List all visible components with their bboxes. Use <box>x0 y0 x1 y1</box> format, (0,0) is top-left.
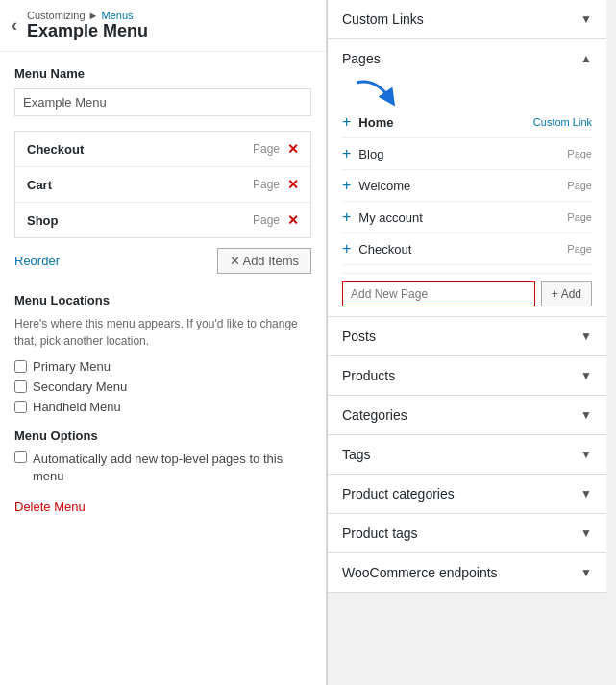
menu-item-name: Cart <box>27 178 52 192</box>
add-items-button[interactable]: ✕ Add Items <box>217 248 311 274</box>
page-type: Page <box>567 243 592 255</box>
tags-header[interactable]: Tags ▼ <box>328 435 606 474</box>
menu-actions: Reorder ✕ Add Items <box>14 248 311 274</box>
add-new-page-input[interactable] <box>342 281 535 306</box>
menu-item-type: Page <box>253 178 280 191</box>
blue-arrow-svg <box>347 78 405 107</box>
page-name: Welcome <box>358 179 567 193</box>
page-add-icon[interactable]: + <box>342 145 351 162</box>
menu-item-right: Page ✕ <box>253 141 299 157</box>
page-type: Page <box>567 211 592 223</box>
page-name: Blog <box>358 147 567 161</box>
top-bar: ‹ Customizing ► Menus Example Menu <box>0 0 326 52</box>
custom-links-header[interactable]: Custom Links ▼ <box>328 0 606 38</box>
categories-section: Categories ▼ <box>328 396 606 435</box>
blue-arrow-annotation <box>328 78 606 107</box>
posts-header[interactable]: Posts ▼ <box>328 317 606 355</box>
pages-label: Pages <box>342 51 381 66</box>
page-item: + Blog Page <box>342 138 592 170</box>
page-type: Page <box>567 148 592 159</box>
remove-item-button[interactable]: ✕ <box>287 177 299 192</box>
woocommerce-endpoints-header[interactable]: WooCommerce endpoints ▼ <box>328 553 606 592</box>
product-categories-label: Product categories <box>342 486 455 502</box>
page-add-icon[interactable]: + <box>342 240 351 257</box>
categories-label: Categories <box>342 407 407 423</box>
tags-arrow-icon: ▼ <box>580 448 592 461</box>
pages-section: Pages ▲ + Home Custom Li <box>328 39 606 317</box>
menu-item-name: Shop <box>27 213 59 228</box>
pages-content: + Home Custom Link + Blog Page + Welcome… <box>328 107 606 316</box>
add-new-page-row: + Add <box>342 273 592 306</box>
page-type: Custom Link <box>533 116 592 128</box>
menu-items-list: Checkout Page ✕ Cart Page ✕ Shop Page ✕ <box>14 131 311 238</box>
page-title: Example Menu <box>27 21 148 41</box>
left-content: Menu Name Checkout Page ✕ Cart Page ✕ Sh… <box>0 52 326 528</box>
page-name: My account <box>358 210 567 225</box>
menu-item-type: Page <box>253 213 280 227</box>
page-item: + Welcome Page <box>342 170 592 202</box>
product-categories-section: Product categories ▼ <box>328 475 606 514</box>
tags-label: Tags <box>342 447 371 462</box>
add-page-button[interactable]: + Add <box>541 281 592 306</box>
left-panel: ‹ Customizing ► Menus Example Menu Menu … <box>0 0 327 685</box>
product-tags-arrow-icon: ▼ <box>580 526 592 540</box>
breadcrumb-root: Customizing <box>27 10 86 21</box>
products-section: Products ▼ <box>328 356 606 396</box>
menu-name-input[interactable] <box>14 88 311 116</box>
product-categories-header[interactable]: Product categories ▼ <box>328 475 606 513</box>
breadcrumb-separator: ► <box>88 10 102 21</box>
menu-locations-label: Menu Locations <box>14 293 311 307</box>
categories-arrow-icon: ▼ <box>580 408 592 422</box>
menu-options-section: Menu Options Automatically add new top-l… <box>14 428 311 485</box>
right-panel-inner: Custom Links ▼ Pages ▲ <box>328 0 616 593</box>
page-add-icon[interactable]: + <box>342 208 351 226</box>
page-add-icon[interactable]: + <box>342 177 351 194</box>
breadcrumb: Customizing ► Menus <box>27 10 148 21</box>
breadcrumb-child[interactable]: Menus <box>102 10 134 21</box>
remove-item-button[interactable]: ✕ <box>287 141 299 157</box>
categories-header[interactable]: Categories ▼ <box>328 396 606 434</box>
product-categories-arrow-icon: ▼ <box>580 487 592 501</box>
page-add-icon[interactable]: + <box>342 113 351 131</box>
menu-item-row: Cart Page ✕ <box>15 167 310 203</box>
page-item: + Checkout Page <box>342 233 592 265</box>
menu-item-row: Checkout Page ✕ <box>15 132 310 167</box>
handheld-menu-checkbox[interactable] <box>14 401 27 413</box>
primary-menu-checkbox[interactable] <box>14 360 27 373</box>
pages-header[interactable]: Pages ▲ <box>328 39 606 78</box>
posts-section: Posts ▼ <box>328 317 606 356</box>
products-header[interactable]: Products ▼ <box>328 356 606 395</box>
pages-arrow-icon: ▲ <box>580 52 592 65</box>
menu-item-name: Checkout <box>27 142 84 157</box>
reorder-link[interactable]: Reorder <box>14 254 60 268</box>
product-tags-header[interactable]: Product tags ▼ <box>328 514 606 552</box>
menu-item-row: Shop Page ✕ <box>15 203 310 237</box>
handheld-menu-label: Handheld Menu <box>33 400 121 414</box>
tags-section: Tags ▼ <box>328 435 606 475</box>
secondary-menu-checkbox-row: Secondary Menu <box>14 379 311 394</box>
posts-label: Posts <box>342 329 376 344</box>
page-type: Page <box>567 180 592 191</box>
posts-arrow-icon: ▼ <box>580 330 592 343</box>
page-name: Home <box>358 115 533 130</box>
auto-add-pages-checkbox[interactable] <box>14 451 27 463</box>
back-button[interactable]: ‹ <box>12 15 17 36</box>
menu-item-right: Page ✕ <box>253 177 299 192</box>
menu-item-type: Page <box>253 142 280 156</box>
delete-menu-link[interactable]: Delete Menu <box>14 500 86 514</box>
product-tags-label: Product tags <box>342 526 418 541</box>
auto-add-pages-row: Automatically add new top-level pages to… <box>14 451 311 485</box>
woocommerce-endpoints-label: WooCommerce endpoints <box>342 565 498 580</box>
primary-menu-checkbox-row: Primary Menu <box>14 359 311 374</box>
menu-options-label: Menu Options <box>14 428 311 443</box>
menu-locations-desc: Here's where this menu appears. If you'd… <box>14 315 311 350</box>
remove-item-button[interactable]: ✕ <box>287 212 299 228</box>
breadcrumb-section: Customizing ► Menus Example Menu <box>27 10 148 41</box>
woocommerce-endpoints-arrow-icon: ▼ <box>580 566 592 579</box>
products-arrow-icon: ▼ <box>580 369 592 382</box>
secondary-menu-label: Secondary Menu <box>33 379 127 394</box>
right-panel: Custom Links ▼ Pages ▲ <box>327 0 616 685</box>
menu-locations-section: Menu Locations Here's where this menu ap… <box>14 293 311 414</box>
secondary-menu-checkbox[interactable] <box>14 380 27 393</box>
primary-menu-label: Primary Menu <box>33 359 111 374</box>
